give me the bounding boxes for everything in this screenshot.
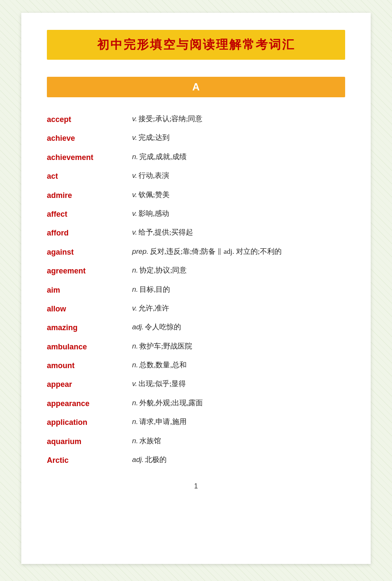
pos: adj.: [132, 323, 144, 331]
word: achieve: [47, 134, 75, 142]
page-container: 初中完形填空与阅读理解常考词汇 A acceptv.接受;承认;容纳;同意ach…: [21, 13, 371, 564]
definition-cell: n.完成,成就,成绩: [132, 148, 345, 167]
pos: v.: [132, 134, 137, 142]
pos: v.: [132, 380, 137, 388]
page-number: 1: [47, 482, 345, 490]
pos: v.: [132, 191, 137, 199]
word-cell: appearance: [47, 394, 132, 413]
word: appear: [47, 380, 72, 389]
table-row: agreementn.协定,协议;同意: [47, 261, 345, 280]
table-row: allowv.允许,准许: [47, 299, 345, 318]
word: aim: [47, 286, 60, 294]
word-cell: achievement: [47, 148, 132, 167]
table-row: appearancen.外貌,外观;出现,露面: [47, 394, 345, 413]
table-row: aquariumn.水族馆: [47, 432, 345, 451]
table-row: againstprep.反对,违反;靠;倚;防备 ‖ adj. 对立的;不利的: [47, 243, 345, 261]
definition-cell: n.请求,申请,施用: [132, 413, 345, 432]
pos: n.: [132, 399, 138, 407]
definition-cell: v.接受;承认;容纳;同意: [132, 110, 345, 129]
word: appearance: [47, 399, 89, 408]
section-header: A: [47, 77, 345, 97]
table-row: amountn.总数,数量,总和: [47, 356, 345, 375]
title-banner: 初中完形填空与阅读理解常考词汇: [47, 30, 345, 60]
definition-cell: v.给予,提供;买得起: [132, 224, 345, 242]
table-row: affectv.影响,感动: [47, 205, 345, 224]
word: act: [47, 172, 58, 180]
pos: v.: [132, 228, 137, 236]
pos: n.: [132, 266, 138, 274]
section-letter: A: [192, 81, 199, 93]
word-cell: admire: [47, 186, 132, 205]
table-row: aimn.目标,目的: [47, 281, 345, 299]
word: Arctic: [47, 456, 69, 465]
pos: v.: [132, 171, 137, 180]
word: allow: [47, 305, 66, 313]
pos: n.: [132, 285, 138, 293]
word-cell: amazing: [47, 318, 132, 337]
definition-cell: n.救护车;野战医院: [132, 337, 345, 356]
word: amount: [47, 361, 75, 370]
word-cell: against: [47, 243, 132, 261]
definition-cell: v.行动,表演: [132, 167, 345, 186]
word: affect: [47, 210, 67, 218]
table-row: actv.行动,表演: [47, 167, 345, 186]
word: agreement: [47, 267, 86, 275]
table-row: ambulancen.救护车;野战医院: [47, 337, 345, 356]
pos: n.: [132, 361, 138, 369]
table-row: achievev.完成;达到: [47, 129, 345, 148]
pos: adj.: [132, 456, 144, 464]
table-row: Arcticadj.北极的: [47, 451, 345, 470]
word-cell: appear: [47, 375, 132, 394]
definition-cell: v.影响,感动: [132, 205, 345, 224]
page-title: 初中完形填空与阅读理解常考词汇: [60, 37, 332, 53]
definition-cell: v.出现;似乎;显得: [132, 375, 345, 394]
definition-cell: v.钦佩;赞美: [132, 186, 345, 205]
word: afford: [47, 229, 69, 237]
definition-cell: adj.北极的: [132, 451, 345, 470]
word-cell: Arctic: [47, 451, 132, 470]
pos: v.: [132, 115, 137, 123]
table-row: appearv.出现;似乎;显得: [47, 375, 345, 394]
word-cell: aim: [47, 281, 132, 299]
word: amazing: [47, 323, 78, 332]
word-cell: application: [47, 413, 132, 432]
table-row: admirev.钦佩;赞美: [47, 186, 345, 205]
word: application: [47, 418, 87, 427]
table-row: achievementn.完成,成就,成绩: [47, 148, 345, 167]
word-cell: act: [47, 167, 132, 186]
pos: v.: [132, 209, 137, 218]
pos: prep.: [132, 247, 149, 256]
definition-cell: n.总数,数量,总和: [132, 356, 345, 375]
table-row: applicationn.请求,申请,施用: [47, 413, 345, 432]
word: achievement: [47, 153, 93, 162]
definition-cell: n.协定,协议;同意: [132, 261, 345, 280]
word-cell: amount: [47, 356, 132, 375]
definition-cell: prep.反对,违反;靠;倚;防备 ‖ adj. 对立的;不利的: [132, 243, 345, 261]
word-cell: affect: [47, 205, 132, 224]
word-cell: achieve: [47, 129, 132, 148]
word-cell: aquarium: [47, 432, 132, 451]
word-cell: allow: [47, 299, 132, 318]
pos: n.: [132, 153, 138, 161]
word: admire: [47, 191, 72, 200]
word-cell: afford: [47, 224, 132, 242]
word-cell: accept: [47, 110, 132, 129]
definition-cell: adj.令人吃惊的: [132, 318, 345, 337]
word-cell: agreement: [47, 261, 132, 280]
definition-cell: n.水族馆: [132, 432, 345, 451]
definition-cell: n.外貌,外观;出现,露面: [132, 394, 345, 413]
pos: n.: [132, 437, 138, 445]
vocab-table: acceptv.接受;承认;容纳;同意achievev.完成;达到achieve…: [47, 110, 345, 470]
table-row: amazingadj.令人吃惊的: [47, 318, 345, 337]
definition-cell: n.目标,目的: [132, 281, 345, 299]
definition-cell: v.允许,准许: [132, 299, 345, 318]
word-cell: ambulance: [47, 337, 132, 356]
table-row: affordv.给予,提供;买得起: [47, 224, 345, 242]
pos: v.: [132, 304, 137, 312]
pos: n.: [132, 342, 138, 350]
definition-cell: v.完成;达到: [132, 129, 345, 148]
table-row: acceptv.接受;承认;容纳;同意: [47, 110, 345, 129]
pos: n.: [132, 418, 138, 426]
word: accept: [47, 115, 71, 124]
word: ambulance: [47, 343, 87, 351]
